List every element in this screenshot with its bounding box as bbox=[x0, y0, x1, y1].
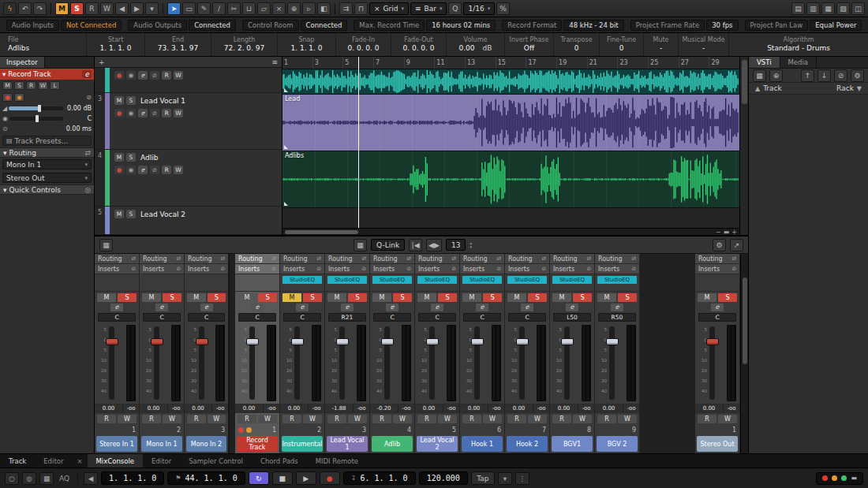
track-delay-value[interactable]: 0.00 ms bbox=[65, 125, 92, 132]
lower-zone-tab[interactable]: Editor bbox=[143, 454, 180, 468]
inserts-rack-header[interactable]: Inserts ⊘ bbox=[595, 264, 639, 274]
erase-tool[interactable]: ▱ bbox=[257, 2, 271, 15]
mixer-channel-strip[interactable]: Routing ⇄ Inserts ⊘ M bbox=[235, 254, 280, 453]
vsti-settings-icon[interactable]: ⚙ bbox=[851, 69, 864, 82]
mute-button[interactable]: M bbox=[698, 293, 716, 302]
channel-count-value[interactable]: 13 bbox=[446, 239, 466, 251]
mixer-channel-strip[interactable]: Routing ⇄ Inserts ⊘ M bbox=[185, 254, 230, 453]
fader-track[interactable] bbox=[564, 326, 570, 400]
draw-tool[interactable]: ✎ bbox=[197, 2, 211, 15]
audio-performance-icon[interactable]: ◎ bbox=[22, 472, 36, 485]
jump-left-button[interactable]: ◀ bbox=[115, 2, 129, 15]
edit-channel-button[interactable]: e bbox=[251, 304, 264, 311]
write-automation-button[interactable]: W bbox=[303, 415, 322, 423]
inserts-rack-header[interactable]: Inserts ⊘ bbox=[370, 264, 414, 274]
info-value[interactable]: Standard - Drums bbox=[767, 44, 830, 53]
fader-handle[interactable] bbox=[706, 338, 719, 345]
track-solo-button[interactable]: S bbox=[126, 96, 136, 105]
mute-button[interactable]: M bbox=[187, 293, 206, 302]
monitor-icon[interactable]: ◉ bbox=[126, 71, 136, 80]
solo-button[interactable]: S bbox=[618, 293, 637, 302]
edit-channel-button[interactable]: e bbox=[200, 304, 213, 311]
quantize-preset-dropdown[interactable]: 1/16 ▾ bbox=[463, 2, 495, 15]
mixer-vertical-scrollbar[interactable] bbox=[740, 254, 748, 453]
chevron-down-icon[interactable]: ▼ bbox=[857, 85, 862, 92]
write-automation-button[interactable]: W bbox=[528, 415, 547, 423]
fader-db-value[interactable]: 0.00 bbox=[185, 404, 212, 412]
track-name[interactable]: Lead Vocal 1 bbox=[140, 97, 185, 105]
fader-track[interactable] bbox=[109, 326, 114, 400]
fader-handle[interactable] bbox=[516, 338, 529, 345]
collapse-icon[interactable]: ▲ bbox=[755, 85, 760, 92]
vsti-sort-icon[interactable]: ▦ bbox=[753, 69, 766, 82]
routing-rack-header[interactable]: Routing ⇄ bbox=[505, 254, 549, 264]
lower-zone-tab[interactable]: MIDI Remote bbox=[307, 454, 367, 468]
output-level-mini-fader[interactable]: ▬ bbox=[851, 475, 857, 482]
lower-zone-tab[interactable]: Sampler Control bbox=[180, 454, 252, 468]
audio-event-lane[interactable] bbox=[282, 69, 739, 95]
routing-rack-header[interactable]: Routing ⇄ bbox=[95, 254, 139, 264]
pan-control[interactable]: C bbox=[143, 313, 181, 322]
project-cursor[interactable] bbox=[358, 57, 359, 228]
fader-track[interactable] bbox=[474, 326, 480, 400]
info-column[interactable]: Fade-Out 0. 0. 0. 0 bbox=[391, 33, 447, 56]
record-enable-icon[interactable]: ● bbox=[2, 93, 13, 102]
constrain-delay-icon[interactable]: ○ bbox=[5, 472, 19, 485]
solo-button[interactable]: S bbox=[483, 293, 502, 302]
info-column[interactable]: Fine-Tune 0 bbox=[600, 33, 644, 56]
channel-name[interactable]: Stereo In 1 bbox=[96, 436, 137, 452]
jump-right-button[interactable]: ▶ bbox=[130, 2, 144, 15]
fader-db-value[interactable]: 0.00 bbox=[140, 404, 168, 412]
edit-channel-button[interactable]: e bbox=[82, 70, 92, 78]
peak-level-value[interactable]: -oo bbox=[212, 404, 228, 412]
info-value[interactable]: 73. 3. 1. 97 bbox=[158, 44, 199, 53]
object-selection-tool[interactable]: ➤ bbox=[167, 2, 181, 15]
status-item[interactable]: Project Pan Law Equal Power bbox=[745, 20, 862, 31]
fader-handle[interactable] bbox=[426, 338, 439, 345]
global-solo-button[interactable]: S bbox=[70, 2, 84, 15]
fader-db-value[interactable]: 0.00 bbox=[95, 404, 123, 412]
solo-button[interactable]: S bbox=[573, 293, 592, 302]
tap-tempo-button[interactable]: Tap bbox=[471, 471, 495, 485]
mixer-channel-strip[interactable]: Routing ⇄ Inserts ⊘ StudioEQ M bbox=[415, 254, 460, 453]
channel-name[interactable]: Mono In 1 bbox=[141, 436, 182, 452]
peak-level-value[interactable]: -oo bbox=[309, 404, 324, 412]
fader-db-value[interactable]: -1.88 bbox=[325, 404, 354, 412]
pan-slider[interactable] bbox=[9, 117, 63, 121]
peak-level-value[interactable]: -oo bbox=[623, 404, 639, 412]
info-column[interactable]: Snap 1. 1. 1. 0 bbox=[278, 33, 336, 56]
track-solo-button[interactable]: S bbox=[126, 153, 136, 162]
open-mixconsole-window-icon[interactable]: ↗ bbox=[730, 239, 743, 251]
info-column[interactable]: End 73. 3. 1. 97 bbox=[145, 33, 211, 56]
fader-track[interactable] bbox=[199, 326, 204, 400]
fader-handle[interactable] bbox=[381, 338, 394, 345]
channel-name[interactable]: Lead Vocal 2 bbox=[417, 436, 458, 452]
fader-handle[interactable] bbox=[606, 338, 619, 345]
fader-track[interactable] bbox=[609, 326, 615, 400]
channel-count-stepper[interactable]: ▴▾ bbox=[470, 241, 472, 249]
mute-button[interactable]: M bbox=[372, 293, 391, 302]
insert-slots[interactable] bbox=[95, 274, 139, 292]
quick-controls-section-header[interactable]: ▾ Quick Controls ◎ bbox=[0, 184, 94, 195]
fader-db-value[interactable]: 0.00 bbox=[695, 404, 724, 412]
edit-track-button[interactable]: e bbox=[138, 166, 148, 174]
fader-track[interactable] bbox=[339, 326, 345, 400]
edit-track-button[interactable]: e bbox=[138, 109, 148, 117]
channel-name[interactable]: Adlib bbox=[372, 436, 413, 452]
track-mute-button[interactable]: M bbox=[114, 153, 124, 162]
split-tool[interactable]: ✂ bbox=[227, 2, 241, 15]
qlink-grid-icon[interactable]: ▦ bbox=[354, 239, 367, 251]
global-read-button[interactable]: R bbox=[85, 2, 99, 15]
monitor-icon[interactable]: ◉ bbox=[126, 109, 136, 117]
edit-channel-button[interactable]: e bbox=[110, 304, 123, 311]
info-value[interactable]: 72. 2. 0. 97 bbox=[224, 44, 265, 53]
status-item[interactable]: Max. Record Time 16 hours 02 mins bbox=[354, 20, 496, 31]
edit-channel-button[interactable]: e bbox=[155, 304, 168, 311]
routing-rack-header[interactable]: Routing ⇄ bbox=[695, 254, 739, 264]
play-button[interactable]: ▶ bbox=[296, 471, 316, 485]
mixer-channel-strip[interactable]: Routing ⇄ Inserts ⊘ StudioEQ M bbox=[505, 254, 550, 453]
insert-slots[interactable]: StudioEQ bbox=[370, 274, 414, 292]
record-enable-icon[interactable]: ● bbox=[114, 71, 124, 80]
peak-level-value[interactable]: -oo bbox=[264, 404, 279, 412]
glue-tool[interactable]: ⊔ bbox=[242, 2, 256, 15]
